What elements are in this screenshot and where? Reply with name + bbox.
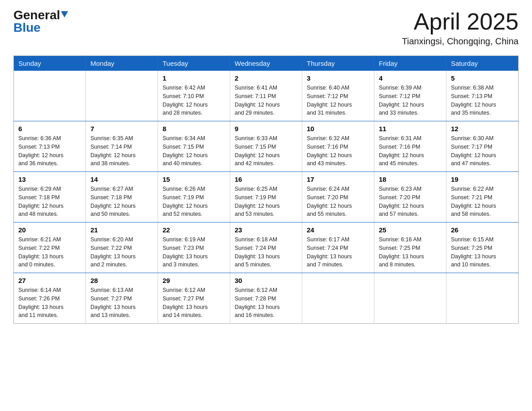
day-number: 1 (163, 74, 225, 82)
month-title: April 2025 (402, 9, 519, 34)
day-number: 25 (379, 226, 442, 234)
page-header: General Blue April 2025 Tianxingsi, Chon… (13, 9, 519, 47)
calendar-cell: 15Sunrise: 6:26 AM Sunset: 7:19 PM Dayli… (158, 172, 230, 223)
logo: General Blue (13, 9, 68, 34)
day-number: 23 (235, 226, 297, 234)
day-info: Sunrise: 6:16 AM Sunset: 7:25 PM Dayligh… (379, 235, 442, 269)
day-info: Sunrise: 6:18 AM Sunset: 7:24 PM Dayligh… (235, 235, 297, 269)
header-thursday: Thursday (302, 56, 374, 71)
day-number: 20 (18, 226, 81, 234)
week-row-3: 13Sunrise: 6:29 AM Sunset: 7:18 PM Dayli… (14, 172, 519, 223)
day-number: 26 (451, 226, 514, 234)
logo-triangle-icon (61, 11, 68, 17)
day-info: Sunrise: 6:12 AM Sunset: 7:27 PM Dayligh… (163, 286, 225, 320)
day-info: Sunrise: 6:14 AM Sunset: 7:26 PM Dayligh… (18, 286, 81, 320)
day-number: 8 (163, 125, 225, 133)
day-info: Sunrise: 6:12 AM Sunset: 7:28 PM Dayligh… (235, 286, 297, 320)
calendar-cell: 2Sunrise: 6:41 AM Sunset: 7:11 PM Daylig… (230, 71, 302, 121)
calendar-cell: 11Sunrise: 6:31 AM Sunset: 7:16 PM Dayli… (374, 121, 446, 172)
calendar-cell: 25Sunrise: 6:16 AM Sunset: 7:25 PM Dayli… (374, 223, 446, 273)
day-info: Sunrise: 6:30 AM Sunset: 7:17 PM Dayligh… (451, 134, 514, 168)
calendar-cell: 8Sunrise: 6:34 AM Sunset: 7:15 PM Daylig… (158, 121, 230, 172)
calendar-cell: 19Sunrise: 6:22 AM Sunset: 7:21 PM Dayli… (446, 172, 519, 223)
calendar-cell: 24Sunrise: 6:17 AM Sunset: 7:24 PM Dayli… (302, 223, 374, 273)
day-info: Sunrise: 6:25 AM Sunset: 7:19 PM Dayligh… (235, 185, 297, 218)
day-number: 3 (307, 74, 369, 82)
calendar-cell (14, 71, 86, 121)
header-wednesday: Wednesday (230, 56, 302, 71)
calendar-cell (446, 273, 519, 324)
day-info: Sunrise: 6:19 AM Sunset: 7:23 PM Dayligh… (163, 235, 225, 269)
calendar-header-row: SundayMondayTuesdayWednesdayThursdayFrid… (14, 56, 519, 71)
calendar-cell: 9Sunrise: 6:33 AM Sunset: 7:15 PM Daylig… (230, 121, 302, 172)
day-info: Sunrise: 6:34 AM Sunset: 7:15 PM Dayligh… (163, 134, 225, 168)
day-info: Sunrise: 6:32 AM Sunset: 7:16 PM Dayligh… (307, 134, 369, 168)
day-info: Sunrise: 6:33 AM Sunset: 7:15 PM Dayligh… (235, 134, 297, 168)
day-number: 29 (163, 277, 225, 284)
calendar-cell: 6Sunrise: 6:36 AM Sunset: 7:13 PM Daylig… (14, 121, 86, 172)
week-row-2: 6Sunrise: 6:36 AM Sunset: 7:13 PM Daylig… (14, 121, 519, 172)
calendar-cell (86, 71, 158, 121)
day-info: Sunrise: 6:35 AM Sunset: 7:14 PM Dayligh… (90, 134, 153, 168)
day-info: Sunrise: 6:20 AM Sunset: 7:22 PM Dayligh… (90, 235, 153, 269)
header-monday: Monday (86, 56, 158, 71)
day-info: Sunrise: 6:23 AM Sunset: 7:20 PM Dayligh… (379, 185, 442, 218)
calendar-cell: 28Sunrise: 6:13 AM Sunset: 7:27 PM Dayli… (86, 273, 158, 324)
day-number: 30 (235, 277, 297, 284)
day-number: 14 (90, 176, 153, 183)
calendar-table: SundayMondayTuesdayWednesdayThursdayFrid… (13, 56, 519, 324)
calendar-cell: 30Sunrise: 6:12 AM Sunset: 7:28 PM Dayli… (230, 273, 302, 324)
day-number: 4 (379, 74, 442, 82)
day-info: Sunrise: 6:29 AM Sunset: 7:18 PM Dayligh… (18, 185, 81, 218)
logo-blue: Blue (13, 21, 41, 34)
day-info: Sunrise: 6:36 AM Sunset: 7:13 PM Dayligh… (18, 134, 81, 168)
calendar-cell: 20Sunrise: 6:21 AM Sunset: 7:22 PM Dayli… (14, 223, 86, 273)
header-friday: Friday (374, 56, 446, 71)
day-info: Sunrise: 6:13 AM Sunset: 7:27 PM Dayligh… (90, 286, 153, 320)
day-number: 18 (379, 176, 442, 183)
calendar-cell: 26Sunrise: 6:15 AM Sunset: 7:25 PM Dayli… (446, 223, 519, 273)
calendar-cell: 4Sunrise: 6:39 AM Sunset: 7:12 PM Daylig… (374, 71, 446, 121)
day-number: 17 (307, 176, 369, 183)
day-number: 5 (451, 74, 514, 82)
day-info: Sunrise: 6:24 AM Sunset: 7:20 PM Dayligh… (307, 185, 369, 218)
calendar-cell: 17Sunrise: 6:24 AM Sunset: 7:20 PM Dayli… (302, 172, 374, 223)
day-info: Sunrise: 6:26 AM Sunset: 7:19 PM Dayligh… (163, 185, 225, 218)
day-info: Sunrise: 6:40 AM Sunset: 7:12 PM Dayligh… (307, 84, 369, 117)
day-number: 16 (235, 176, 297, 183)
day-info: Sunrise: 6:42 AM Sunset: 7:10 PM Dayligh… (163, 84, 225, 117)
logo-text: General Blue (13, 9, 68, 34)
day-info: Sunrise: 6:22 AM Sunset: 7:21 PM Dayligh… (451, 185, 514, 218)
calendar-cell (302, 273, 374, 324)
header-saturday: Saturday (446, 56, 519, 71)
title-area: April 2025 Tianxingsi, Chongqing, China (402, 9, 519, 47)
day-number: 10 (307, 125, 369, 133)
week-row-4: 20Sunrise: 6:21 AM Sunset: 7:22 PM Dayli… (14, 223, 519, 273)
day-number: 2 (235, 74, 297, 82)
header-sunday: Sunday (14, 56, 86, 71)
calendar-cell: 10Sunrise: 6:32 AM Sunset: 7:16 PM Dayli… (302, 121, 374, 172)
calendar-cell: 5Sunrise: 6:38 AM Sunset: 7:13 PM Daylig… (446, 71, 519, 121)
calendar-cell: 29Sunrise: 6:12 AM Sunset: 7:27 PM Dayli… (158, 273, 230, 324)
calendar-cell: 23Sunrise: 6:18 AM Sunset: 7:24 PM Dayli… (230, 223, 302, 273)
day-info: Sunrise: 6:31 AM Sunset: 7:16 PM Dayligh… (379, 134, 442, 168)
day-number: 22 (163, 226, 225, 234)
day-info: Sunrise: 6:15 AM Sunset: 7:25 PM Dayligh… (451, 235, 514, 269)
day-number: 9 (235, 125, 297, 133)
day-number: 6 (18, 125, 81, 133)
day-number: 28 (90, 277, 153, 284)
day-info: Sunrise: 6:27 AM Sunset: 7:18 PM Dayligh… (90, 185, 153, 218)
calendar-cell (374, 273, 446, 324)
day-number: 24 (307, 226, 369, 234)
day-number: 11 (379, 125, 442, 133)
day-number: 7 (90, 125, 153, 133)
day-number: 27 (18, 277, 81, 284)
day-info: Sunrise: 6:17 AM Sunset: 7:24 PM Dayligh… (307, 235, 369, 269)
calendar-cell: 12Sunrise: 6:30 AM Sunset: 7:17 PM Dayli… (446, 121, 519, 172)
calendar-cell: 14Sunrise: 6:27 AM Sunset: 7:18 PM Dayli… (86, 172, 158, 223)
calendar-cell: 7Sunrise: 6:35 AM Sunset: 7:14 PM Daylig… (86, 121, 158, 172)
calendar-cell: 27Sunrise: 6:14 AM Sunset: 7:26 PM Dayli… (14, 273, 86, 324)
day-info: Sunrise: 6:41 AM Sunset: 7:11 PM Dayligh… (235, 84, 297, 117)
day-number: 13 (18, 176, 81, 183)
calendar-cell: 3Sunrise: 6:40 AM Sunset: 7:12 PM Daylig… (302, 71, 374, 121)
